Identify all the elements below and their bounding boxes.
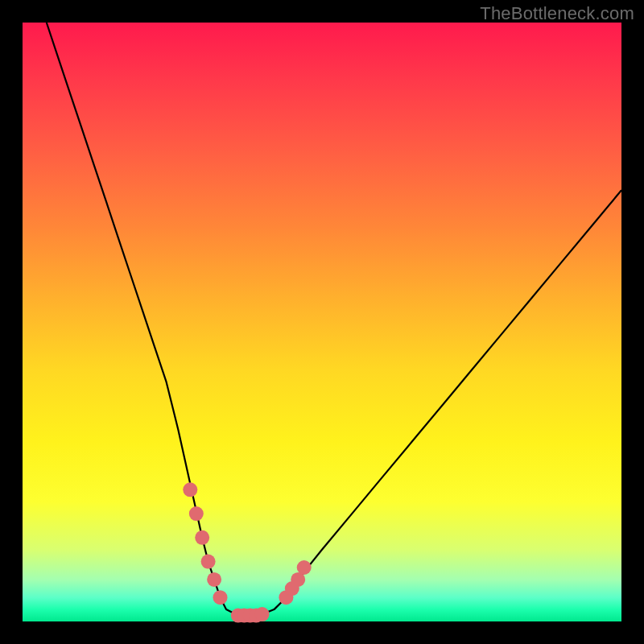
curve-svg <box>23 23 621 621</box>
marker-dot <box>201 555 216 569</box>
marker-dot <box>183 482 197 497</box>
marker-dot <box>255 607 270 621</box>
marker-dot <box>207 572 221 587</box>
marker-dot <box>189 506 204 521</box>
curve-markers <box>183 482 311 622</box>
chart-frame: TheBottleneck.com <box>0 0 644 644</box>
marker-dot <box>195 530 209 545</box>
marker-dot <box>213 590 228 605</box>
watermark-text: TheBottleneck.com <box>480 3 634 24</box>
plot-area <box>23 23 621 621</box>
bottleneck-curve <box>47 23 621 616</box>
marker-dot <box>297 560 312 575</box>
